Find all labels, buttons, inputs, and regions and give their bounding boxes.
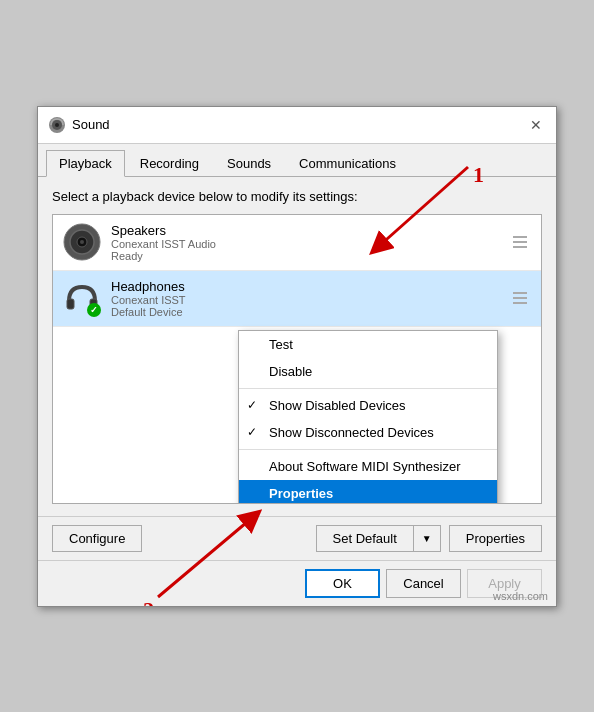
headphone-status: Default Device — [111, 306, 503, 318]
speaker-info: Speakers Conexant ISST Audio Ready — [111, 223, 503, 262]
tab-recording[interactable]: Recording — [127, 150, 212, 176]
speaker-name: Speakers — [111, 223, 503, 238]
menu-separator-2 — [239, 449, 497, 450]
check-disabled-icon: ✓ — [247, 398, 257, 412]
menu-separator-1 — [239, 388, 497, 389]
headphone-name: Headphones — [111, 279, 503, 294]
description-text: Select a playback device below to modify… — [52, 189, 542, 204]
tab-communications[interactable]: Communications — [286, 150, 409, 176]
tab-playback[interactable]: Playback — [46, 150, 125, 177]
menu-item-test[interactable]: Test — [239, 331, 497, 358]
set-default-arrow[interactable]: ▼ — [413, 525, 441, 552]
menu-item-show-disabled[interactable]: ✓ Show Disabled Devices — [239, 392, 497, 419]
svg-point-2 — [55, 123, 59, 127]
speaker-status: Ready — [111, 250, 503, 262]
svg-point-6 — [80, 240, 84, 244]
tab-content: Select a playback device below to modify… — [38, 177, 556, 516]
menu-item-properties[interactable]: Properties — [239, 480, 497, 504]
headphone-info: Headphones Conexant ISST Default Device — [111, 279, 503, 318]
default-check-icon: ✓ — [87, 303, 101, 317]
speaker-icon — [63, 223, 101, 261]
set-default-group: Set Default ▼ — [316, 525, 441, 552]
svg-rect-7 — [67, 299, 74, 309]
headphone-scroll-indicator — [513, 292, 527, 304]
apply-button[interactable]: Apply — [467, 569, 542, 598]
check-disconnected-icon: ✓ — [247, 425, 257, 439]
menu-item-show-disconnected[interactable]: ✓ Show Disconnected Devices — [239, 419, 497, 446]
properties-button[interactable]: Properties — [449, 525, 542, 552]
device-item-speakers[interactable]: Speakers Conexant ISST Audio Ready — [53, 215, 541, 271]
ok-button[interactable]: OK — [305, 569, 380, 598]
scroll-indicator — [513, 236, 527, 248]
set-default-button[interactable]: Set Default — [316, 525, 413, 552]
tab-sounds[interactable]: Sounds — [214, 150, 284, 176]
menu-item-about-midi[interactable]: About Software MIDI Synthesizer — [239, 453, 497, 480]
title-bar: Sound ✕ — [38, 107, 556, 144]
close-button[interactable]: ✕ — [526, 115, 546, 135]
headphone-icon: ✓ — [63, 279, 101, 317]
sound-icon — [48, 116, 66, 134]
dialog-title: Sound — [72, 117, 110, 132]
sound-dialog: Sound ✕ Playback Recording Sounds Commun… — [37, 106, 557, 607]
speaker-desc: Conexant ISST Audio — [111, 238, 503, 250]
configure-button[interactable]: Configure — [52, 525, 142, 552]
menu-item-disable[interactable]: Disable — [239, 358, 497, 385]
device-list[interactable]: Speakers Conexant ISST Audio Ready — [52, 214, 542, 504]
footer-buttons: OK Cancel Apply — [38, 560, 556, 606]
headphone-desc: Conexant ISST — [111, 294, 503, 306]
context-menu: Test Disable ✓ Show Disabled Devices ✓ S… — [238, 330, 498, 504]
cancel-button[interactable]: Cancel — [386, 569, 461, 598]
tab-bar: Playback Recording Sounds Communications — [38, 144, 556, 177]
title-left: Sound — [48, 116, 110, 134]
bottom-bar: Configure Set Default ▼ Properties — [38, 516, 556, 560]
device-item-headphones[interactable]: ✓ Headphones Conexant ISST Default Devic… — [53, 271, 541, 327]
